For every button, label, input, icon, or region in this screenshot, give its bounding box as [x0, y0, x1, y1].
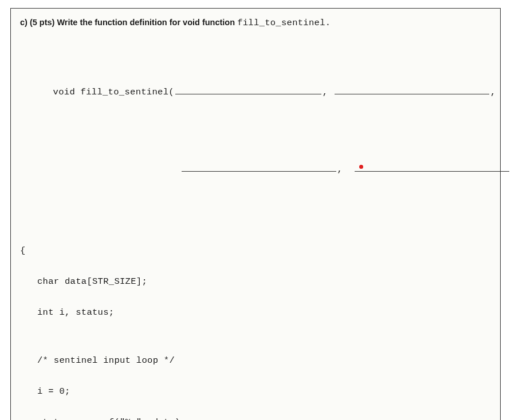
- question-c-text: c) (5 pts) Write the function definition…: [20, 18, 237, 27]
- proto-line-1: void fill_to_sentinel(, ,: [20, 69, 491, 116]
- assign-i: i = 0;: [20, 384, 491, 399]
- sep-3: ,: [337, 164, 343, 175]
- sep-2: ,: [490, 87, 496, 97]
- proto-line-2: , ): [20, 146, 491, 193]
- blank-param-4[interactable]: [355, 164, 509, 172]
- blank-param-1[interactable]: [175, 86, 321, 94]
- comment-loop: /* sentinel input loop */: [20, 353, 491, 369]
- function-body: { char data[STR_SIZE]; int i, status; /*…: [20, 228, 491, 420]
- decl-char: char data[STR_SIZE];: [20, 274, 491, 290]
- blank-param-2[interactable]: [335, 86, 489, 94]
- dot-icon: [359, 165, 363, 169]
- question-c-heading: c) (5 pts) Write the function definition…: [20, 17, 491, 30]
- proto-text-1: void fill_to_sentinel(: [53, 87, 174, 97]
- sep-1: ,: [323, 87, 328, 97]
- function-prototype: void fill_to_sentinel(, , , ): [20, 38, 491, 224]
- blank-param-3[interactable]: [182, 164, 336, 172]
- decl-int: int i, status;: [20, 305, 491, 320]
- brace-open: {: [20, 243, 491, 259]
- assign-status: status = scanf("%s", data);: [20, 415, 491, 420]
- func-name: fill_to_sentinel.: [237, 18, 331, 28]
- worksheet-page: c) (5 pts) Write the function definition…: [10, 8, 501, 420]
